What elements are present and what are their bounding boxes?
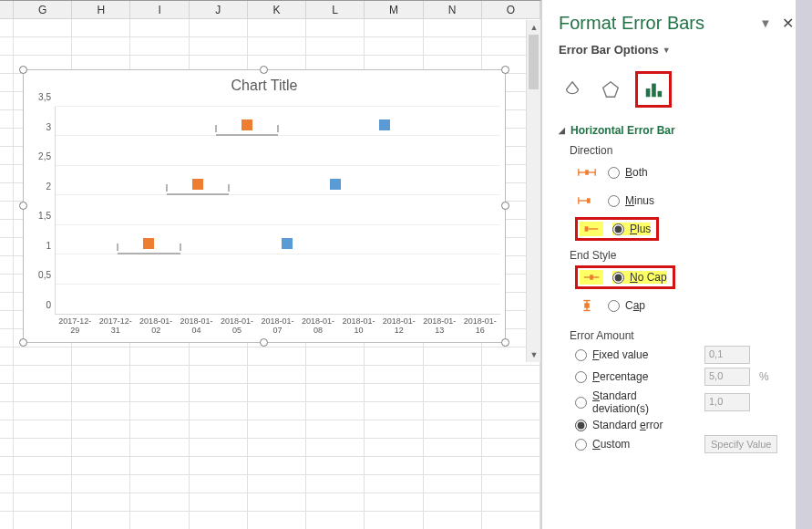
format-error-bars-panel: Format Error Bars ▼ ✕ Error Bar Options … (541, 0, 812, 529)
col-head[interactable]: N (424, 1, 482, 18)
direction-minus-radio[interactable]: Minus (608, 194, 654, 207)
end-style-label: End Style (570, 249, 796, 262)
worksheet-area[interactable]: G H I J K L M N O (0, 0, 541, 529)
amount-stddev-radio[interactable]: Standard deviation(s) (575, 389, 695, 415)
col-head[interactable]: G (14, 1, 72, 18)
end-nocap-radio[interactable]: No Cap (612, 271, 667, 284)
direction-both-radio[interactable]: Both (608, 166, 648, 179)
amount-stderr-radio[interactable]: Standard error (575, 419, 695, 431)
plus-direction-icon (580, 222, 603, 236)
horizontal-error-bar-section[interactable]: ◢ Horizontal Error Bar (559, 124, 796, 137)
data-point[interactable] (242, 119, 252, 130)
bar-options-tab-icon[interactable] (640, 76, 667, 103)
svg-rect-1 (646, 88, 651, 97)
combo-label: Error Bar Options (559, 43, 659, 57)
data-point[interactable] (379, 119, 390, 130)
col-head[interactable]: O (482, 1, 540, 18)
scroll-down-icon[interactable]: ▼ (527, 347, 541, 362)
embedded-chart[interactable]: Chart Title 0 0,5 1 1,5 2 2,5 3 3,5 (23, 69, 506, 343)
column-headers: G H I J K L M N O (0, 1, 540, 19)
direction-label: Direction (570, 144, 796, 157)
chart-title[interactable]: Chart Title (24, 78, 505, 94)
col-head[interactable]: H (72, 1, 130, 18)
end-cap-radio[interactable]: Cap (608, 299, 645, 312)
scroll-up-icon[interactable]: ▲ (527, 20, 541, 35)
percentage-input[interactable]: 5,0 (704, 368, 750, 386)
desktop-edge (796, 0, 812, 529)
data-point[interactable] (143, 238, 154, 249)
col-head[interactable]: L (306, 1, 365, 18)
svg-rect-18 (584, 303, 590, 308)
amount-percentage-radio[interactable]: Percentage (575, 370, 695, 383)
col-head[interactable]: I (130, 1, 189, 18)
svg-rect-10 (587, 198, 591, 203)
specify-value-button[interactable]: Specify Value (704, 435, 777, 453)
data-point[interactable] (192, 179, 203, 190)
stddev-input[interactable]: 1,0 (704, 393, 750, 411)
close-panel-icon[interactable]: ✕ (779, 15, 796, 32)
vertical-scrollbar[interactable]: ▲ ▼ (526, 20, 540, 362)
x-axis: 2017-12-29 2017-12-31 2018-01-02 2018-01… (55, 316, 500, 335)
col-head[interactable]: K (248, 1, 306, 18)
percent-symbol: % (759, 370, 769, 383)
highlight-plus-option: Plus (575, 217, 659, 241)
fill-line-tab-icon[interactable] (559, 76, 586, 103)
amount-custom-radio[interactable]: Custom (575, 438, 695, 451)
y-axis: 0 0,5 1 1,5 2 2,5 3 3,5 (33, 107, 55, 315)
cap-icon (575, 298, 599, 313)
effects-tab-icon[interactable] (597, 76, 624, 103)
svg-marker-0 (603, 82, 619, 98)
data-point[interactable] (282, 238, 293, 249)
data-point[interactable] (330, 179, 341, 190)
chevron-down-icon: ▼ (663, 46, 671, 55)
error-bar-options-combo[interactable]: Error Bar Options ▼ (559, 43, 796, 57)
col-head[interactable]: J (190, 1, 248, 18)
amount-fixed-radio[interactable]: Fixed value (575, 348, 695, 361)
collapse-icon: ◢ (559, 126, 565, 135)
panel-title: Format Error Bars (559, 13, 752, 34)
svg-rect-11 (585, 226, 589, 232)
svg-rect-3 (658, 91, 663, 97)
plot-area[interactable]: 0 0,5 1 1,5 2 2,5 3 3,5 (33, 107, 500, 315)
panel-dropdown-icon[interactable]: ▼ (757, 16, 774, 30)
highlight-nocap-option: No Cap (575, 265, 675, 289)
svg-rect-2 (652, 84, 656, 98)
direction-plus-radio[interactable]: Plus (612, 223, 651, 235)
highlight-bar-options-icon (635, 71, 672, 108)
scroll-thumb[interactable] (529, 35, 539, 89)
minus-direction-icon (575, 193, 599, 208)
no-cap-icon (580, 270, 603, 285)
error-amount-label: Error Amount (570, 329, 796, 342)
fixed-value-input[interactable]: 0,1 (704, 346, 750, 364)
both-direction-icon (575, 165, 599, 180)
col-head[interactable]: M (365, 1, 423, 18)
svg-rect-14 (590, 275, 593, 280)
svg-rect-7 (585, 170, 589, 175)
